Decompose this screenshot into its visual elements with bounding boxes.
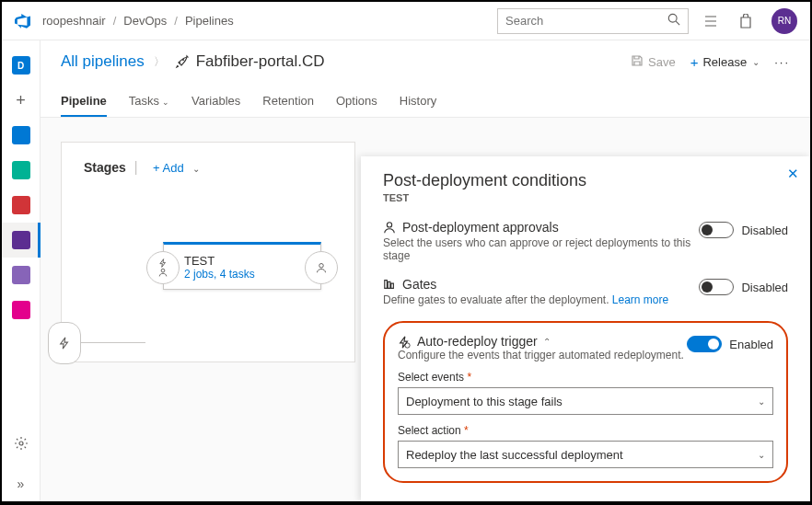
search-icon xyxy=(667,13,680,29)
left-sidebar: D + » xyxy=(2,40,41,501)
gates-toggle[interactable] xyxy=(699,279,734,295)
stage-jobs-link[interactable]: 2 jobs, 4 tasks xyxy=(184,268,255,281)
redeploy-state: Enabled xyxy=(729,338,773,351)
action-label: Select action xyxy=(398,424,461,437)
artifacts-icon xyxy=(12,266,30,284)
search-input[interactable] xyxy=(505,14,667,28)
svg-point-2 xyxy=(19,442,23,445)
redeploy-desc: Configure the events that trigger automa… xyxy=(398,349,687,362)
breadcrumb-page[interactable]: Pipelines xyxy=(185,14,234,28)
search-box[interactable] xyxy=(497,8,689,34)
plus-icon: + xyxy=(16,91,26,110)
gates-state: Disabled xyxy=(741,281,788,294)
pipeline-title[interactable]: Fabfiber-portal.CD xyxy=(196,52,325,71)
svg-line-1 xyxy=(676,21,679,25)
approvals-toggle[interactable] xyxy=(699,222,734,238)
more-button[interactable]: ··· xyxy=(774,55,790,69)
stage-name: TEST xyxy=(184,254,255,268)
chevron-down-icon: ⌄ xyxy=(758,396,765,407)
sidebar-project[interactable]: D xyxy=(2,48,41,83)
person-icon xyxy=(158,268,168,277)
breadcrumb-user[interactable]: roopeshnair xyxy=(42,14,106,28)
release-button[interactable]: +Release⌄ xyxy=(690,54,760,70)
post-deployment-panel: ✕ Post-deployment conditions TEST Post-d… xyxy=(361,156,810,501)
svg-point-6 xyxy=(387,223,391,227)
post-deploy-conditions-handle[interactable] xyxy=(305,251,338,284)
bag-icon[interactable] xyxy=(733,8,759,34)
svg-point-4 xyxy=(161,269,165,272)
chevron-down-icon: ⌄ xyxy=(758,450,765,460)
breadcrumb-separator: / xyxy=(113,14,117,28)
redeploy-toggle[interactable] xyxy=(687,336,722,352)
repos-icon xyxy=(12,161,30,179)
sidebar-settings[interactable] xyxy=(2,426,41,461)
azure-devops-logo[interactable] xyxy=(15,13,31,29)
artifact-trigger-handle[interactable] xyxy=(48,322,81,364)
project-icon: D xyxy=(12,56,30,75)
redeploy-title: Auto-redeploy trigger xyxy=(417,334,538,349)
gates-learn-link[interactable]: Learn more xyxy=(612,293,668,306)
pre-deploy-conditions-handle[interactable] xyxy=(146,251,180,284)
pipelines-icon xyxy=(12,231,30,249)
approvals-state: Disabled xyxy=(741,224,788,237)
events-label: Select events xyxy=(398,371,464,384)
save-icon xyxy=(631,54,644,70)
stages-label: Stages xyxy=(84,160,126,175)
list-icon[interactable] xyxy=(698,8,724,34)
sidebar-boards[interactable] xyxy=(2,118,41,153)
events-value: Deployment to this stage fails xyxy=(406,395,563,408)
sidebar-pipelines[interactable] xyxy=(2,223,41,258)
test-icon xyxy=(12,196,30,214)
breadcrumb-separator: / xyxy=(174,14,178,28)
tab-variables[interactable]: Variables xyxy=(191,94,240,117)
sidebar-repos[interactable] xyxy=(2,153,41,188)
chevron-down-icon: ⌄ xyxy=(162,98,169,107)
bolt-icon xyxy=(58,337,71,350)
approvals-title: Post-deployment approvals xyxy=(402,220,559,235)
stage-card-test[interactable]: TEST 2 jobs, 4 tasks xyxy=(163,242,321,290)
breadcrumb-area[interactable]: DevOps xyxy=(123,14,167,28)
tab-retention[interactable]: Retention xyxy=(262,94,314,117)
auto-redeploy-highlight: Auto-redeploy trigger⌃ Configure the eve… xyxy=(383,321,788,483)
sidebar-add[interactable]: + xyxy=(2,83,41,118)
sidebar-other[interactable] xyxy=(2,293,41,327)
svg-point-0 xyxy=(668,14,677,22)
approvals-desc: Select the users who can approve or reje… xyxy=(383,236,699,262)
panel-subtitle: TEST xyxy=(383,192,788,203)
add-stage-button[interactable]: + Add ⌄ xyxy=(153,161,200,175)
action-value: Redeploy the last successful deployment xyxy=(406,448,623,462)
chevron-right-icon: 〉 xyxy=(154,54,165,70)
all-pipelines-link[interactable]: All pipelines xyxy=(61,52,145,71)
gear-icon xyxy=(14,436,29,451)
tab-tasks[interactable]: Tasks⌄ xyxy=(129,94,169,117)
plus-icon: + xyxy=(690,54,699,70)
release-pipeline-icon xyxy=(174,54,189,69)
other-icon xyxy=(12,301,30,319)
sidebar-expand[interactable]: » xyxy=(2,466,41,501)
person-icon xyxy=(383,221,396,234)
bolt-icon xyxy=(158,258,168,268)
tab-history[interactable]: History xyxy=(400,94,436,117)
gates-icon xyxy=(383,278,396,291)
redeploy-icon xyxy=(398,336,411,349)
sidebar-tests[interactable] xyxy=(2,188,41,223)
sidebar-artifacts[interactable] xyxy=(2,258,41,293)
svg-point-3 xyxy=(182,59,184,61)
tab-pipeline[interactable]: Pipeline xyxy=(61,94,107,117)
stages-panel: Stages | + Add ⌄ TEST 2 jobs, 4 tasks xyxy=(61,142,355,362)
user-avatar[interactable]: RN xyxy=(771,8,797,34)
panel-title: Post-deployment conditions xyxy=(383,171,788,190)
person-icon xyxy=(316,262,327,273)
chevron-down-icon: ⌄ xyxy=(752,57,760,67)
tab-options[interactable]: Options xyxy=(336,94,377,117)
chevrons-right-icon: » xyxy=(17,476,25,491)
chevron-down-icon: ⌄ xyxy=(192,164,200,174)
svg-point-7 xyxy=(405,342,410,347)
gates-title: Gates xyxy=(402,277,436,292)
close-panel-button[interactable]: ✕ xyxy=(787,166,799,182)
action-select[interactable]: Redeploy the last successful deployment … xyxy=(398,441,773,468)
gates-desc: Define gates to evaluate after the deplo… xyxy=(383,293,609,306)
chevron-up-icon[interactable]: ⌃ xyxy=(543,337,551,347)
save-button[interactable]: Save xyxy=(631,54,676,70)
events-select[interactable]: Deployment to this stage fails ⌄ xyxy=(398,387,773,415)
